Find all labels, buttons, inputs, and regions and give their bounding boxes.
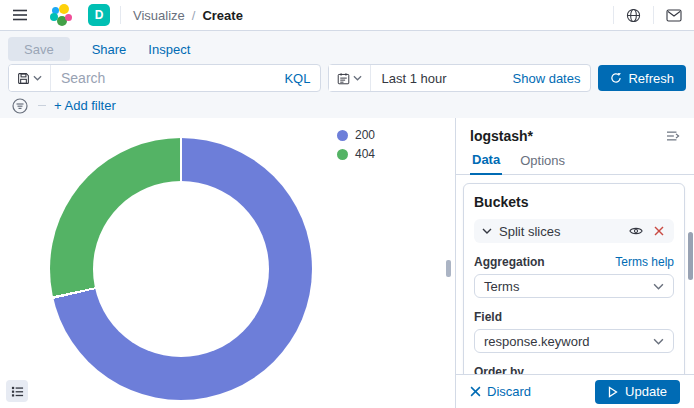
refresh-label: Refresh [628,71,674,86]
menu-button[interactable] [0,0,40,30]
save-button[interactable]: Save [8,37,70,61]
toolbar-band: Save Share Inspect KQL [0,31,694,118]
date-picker-group: Last 1 hour Show dates [328,64,591,92]
editor-panel-header: logstash* [456,118,694,148]
editor-panel: logstash* Data Options Buckets [455,118,694,408]
filter-circle-icon [12,98,28,114]
show-dates-button[interactable]: Show dates [503,71,591,86]
remove-bucket-button[interactable] [652,226,666,236]
legend-item[interactable]: 200 [337,128,375,142]
aggregation-label: Aggregation [474,255,545,269]
query-language-button[interactable]: KQL [274,65,320,91]
breadcrumb-visualize[interactable]: Visualize [133,8,185,23]
add-filter-button[interactable]: + Add filter [54,98,116,113]
top-nav-actions: Save Share Inspect [8,31,686,63]
chevron-down-icon [33,75,42,81]
tab-options[interactable]: Options [518,148,567,174]
search-group: KQL [8,64,321,92]
breadcrumb-separator: / [192,8,196,23]
visualization-area: 200 404 [0,118,455,408]
legend-dot [337,149,348,160]
discard-label: Discard [487,384,531,399]
calendar-icon [337,72,350,85]
globe-icon [626,8,641,23]
collapse-panel-button[interactable] [666,130,680,142]
chevron-down-icon [653,283,664,290]
legend-dot [337,130,348,141]
legend-item[interactable]: 404 [337,147,375,161]
hamburger-icon [12,7,28,23]
panel-scrollbar[interactable] [688,232,693,280]
aggregation-label-row: Aggregation Terms help [474,255,674,269]
update-button[interactable]: Update [595,380,680,404]
space-switcher[interactable]: D [82,0,120,30]
chevron-down-icon [653,338,664,345]
app-header: D Visualize / Create [0,0,694,31]
donut-hole [93,181,269,357]
filter-bar: + Add filter [8,93,686,118]
elastic-logo-icon [50,4,72,26]
order-by-label-row: Order by [474,365,674,374]
mail-icon [666,9,682,22]
aggregation-select[interactable]: Terms [474,274,674,298]
elastic-logo[interactable] [40,0,82,30]
date-quick-select-button[interactable] [329,65,371,91]
field-label-row: Field [474,310,674,324]
space-badge: D [88,4,110,26]
discard-button[interactable]: Discard [470,384,531,399]
close-icon [654,226,664,236]
field-label: Field [474,310,502,324]
header-actions [613,0,694,30]
menu-right-icon [666,130,680,142]
buckets-title: Buckets [474,194,674,210]
save-query-icon [17,72,30,85]
editor-scroll-area: Buckets Split slices [456,175,694,374]
refresh-icon [610,72,622,84]
query-bar: KQL Last 1 hour Show dates Re [8,63,686,93]
toggle-visibility-button[interactable] [627,226,645,236]
split-slices-row[interactable]: Split slices [474,219,674,243]
order-by-label: Order by [474,365,524,374]
chart-legend: 200 404 [337,128,375,161]
field-select[interactable]: response.keyword [474,329,674,353]
split-slices-label: Split slices [499,224,620,239]
tab-data[interactable]: Data [470,148,502,175]
list-icon [11,385,24,398]
update-label: Update [625,384,667,399]
filter-options-button[interactable] [10,98,30,114]
breadcrumb-create: Create [202,8,242,23]
donut-chart[interactable] [50,138,312,400]
play-icon [608,386,618,398]
terms-help-link[interactable]: Terms help [615,255,674,269]
filter-separator [38,105,46,106]
legend-label: 404 [355,147,375,161]
panel-resize-handle[interactable] [446,260,451,277]
aggregation-value: Terms [484,279,519,294]
close-icon [470,386,481,397]
newsfeed-button[interactable] [654,0,694,30]
legend-toggle-button[interactable] [6,380,28,402]
search-input[interactable] [51,65,274,91]
buckets-card: Buckets Split slices [463,183,685,374]
chevron-down-icon [353,75,362,81]
time-range-value[interactable]: Last 1 hour [371,71,502,86]
refresh-button[interactable]: Refresh [598,65,686,91]
kibana-visualize-app: D Visualize / Create Save [0,0,694,408]
field-value: response.keyword [484,334,590,349]
index-pattern-title: logstash* [470,128,533,144]
inspect-button[interactable]: Inspect [148,42,190,57]
editor-tabs: Data Options [456,148,694,175]
editor-footer: Discard Update [456,374,694,408]
chevron-down-icon [482,228,492,234]
main-content: 200 404 logstash* [0,118,694,408]
help-menu-button[interactable] [614,0,653,30]
saved-query-button[interactable] [9,65,51,91]
breadcrumb: Visualize / Create [121,0,255,30]
legend-label: 200 [355,128,375,142]
eye-icon [629,226,643,236]
share-button[interactable]: Share [92,42,127,57]
